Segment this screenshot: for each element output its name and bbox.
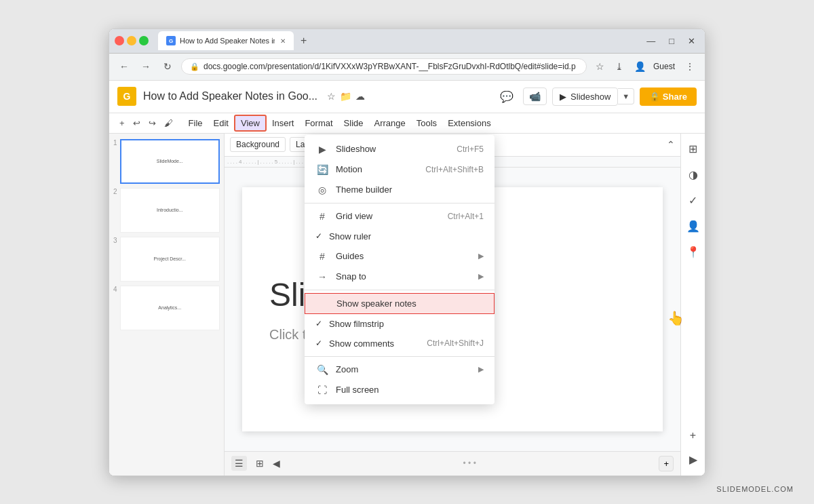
- comment-icon[interactable]: 💬: [496, 88, 518, 106]
- download-icon[interactable]: ⤓: [612, 59, 627, 74]
- redo-button[interactable]: ↪: [145, 117, 159, 130]
- cursor-icon: 👆: [667, 310, 684, 326]
- watermark: SLIDEMODEL.COM: [716, 485, 794, 493]
- sidebar-expand-button[interactable]: ▶: [683, 450, 703, 470]
- menu-insert[interactable]: Insert: [267, 116, 300, 130]
- url-text: docs.google.com/presentation/d/1KifVXXxW…: [204, 62, 576, 71]
- menu-item-show-comments[interactable]: ✓ Show comments Ctrl+Alt+Shift+J: [305, 334, 495, 353]
- menu-slide[interactable]: Slide: [338, 116, 369, 130]
- show-ruler-label: Show ruler: [329, 231, 484, 241]
- slide-thumbnail-4[interactable]: Analytics...: [120, 286, 220, 330]
- slide-number-2: 2: [113, 188, 117, 195]
- menu-edit[interactable]: Edit: [208, 116, 234, 130]
- tab-bar: G How to Add Speaker Notes in G... ✕ +: [158, 31, 638, 50]
- slideshow-shortcut: Ctrl+F5: [457, 144, 484, 154]
- filmstrip-check-icon: ✓: [315, 319, 325, 328]
- folder-icon[interactable]: 📁: [340, 91, 351, 102]
- explore-sidebar-button[interactable]: ⊞: [683, 139, 703, 159]
- browser-maximize-button[interactable]: □: [665, 35, 678, 47]
- menu-item-show-ruler[interactable]: ✓ Show ruler: [305, 227, 495, 246]
- maps-sidebar-button[interactable]: 📍: [683, 242, 703, 263]
- back-button[interactable]: ←: [116, 58, 132, 75]
- browser-titlebar: G How to Add Speaker Notes in G... ✕ + —…: [109, 29, 705, 54]
- menu-divider-3: [305, 356, 495, 357]
- menu-file[interactable]: File: [183, 116, 208, 130]
- menu-item-show-filmstrip[interactable]: ✓ Show filmstrip: [305, 314, 495, 334]
- cloud-icon[interactable]: ☁: [355, 91, 365, 102]
- snap-to-arrow: ▶: [478, 272, 484, 281]
- account-label: Guest: [653, 62, 675, 71]
- slide-thumbnail-1[interactable]: SlideMode...: [120, 139, 220, 184]
- menu-item-grid-view[interactable]: # Grid view Ctrl+Alt+1: [305, 206, 495, 227]
- menu-tools[interactable]: Tools: [411, 116, 442, 130]
- menu-item-full-screen[interactable]: ⛶ Full screen: [305, 380, 495, 400]
- slide-number-1: 1: [113, 139, 117, 147]
- toolbar-collapse-button[interactable]: ⌃: [667, 139, 675, 150]
- slideshow-button[interactable]: ▶ Slideshow: [552, 88, 618, 106]
- menu-divider-1: [305, 203, 495, 203]
- zoom-arrow: ▶: [478, 365, 484, 374]
- menu-item-guides[interactable]: # Guides ▶: [305, 246, 495, 267]
- slide-item-3[interactable]: 3 Project Descr...: [113, 237, 220, 282]
- browser-controls: [115, 36, 149, 45]
- panel-toggle-button[interactable]: ◀: [273, 458, 280, 469]
- menu-item-show-speaker-notes[interactable]: Show speaker notes: [305, 293, 495, 314]
- slideshow-dropdown-button[interactable]: ▼: [618, 88, 634, 104]
- shapes-sidebar-button[interactable]: ◑: [683, 165, 703, 185]
- snap-to-icon: →: [315, 271, 329, 282]
- slide-preview-text-4: Analytics...: [158, 305, 181, 310]
- slide-number-3: 3: [113, 237, 117, 244]
- reload-button[interactable]: ↻: [159, 58, 176, 75]
- undo-button[interactable]: ↩: [130, 117, 144, 130]
- menu-divider-2: [305, 290, 495, 290]
- share-lock-icon: 🔒: [649, 92, 660, 102]
- theme-builder-label: Theme builder: [336, 185, 484, 195]
- active-tab[interactable]: G How to Add Speaker Notes in G... ✕: [158, 31, 294, 50]
- menu-extensions[interactable]: Extensions: [442, 116, 497, 130]
- paint-format-button[interactable]: 🖌: [161, 117, 176, 130]
- check-sidebar-button[interactable]: ✓: [683, 191, 703, 211]
- tab-favicon: G: [166, 36, 176, 45]
- menu-item-snap-to[interactable]: → Snap to ▶: [305, 267, 495, 287]
- browser-minimize-button[interactable]: —: [642, 35, 659, 47]
- new-tab-button[interactable]: +: [296, 33, 311, 48]
- browser-close-button[interactable]: ✕: [684, 35, 699, 47]
- address-bar-row: ← → ↻ 🔒 docs.google.com/presentation/d/1…: [109, 54, 705, 81]
- person-sidebar-button[interactable]: 👤: [683, 216, 703, 237]
- address-input[interactable]: 🔒 docs.google.com/presentation/d/1KifVXX…: [181, 58, 587, 75]
- tab-title: How to Add Speaker Notes in G...: [180, 37, 275, 45]
- slide-thumbnail-3[interactable]: Project Descr...: [120, 237, 220, 282]
- add-note-button[interactable]: +: [659, 456, 674, 471]
- maximize-button[interactable]: [139, 36, 149, 45]
- slide-item-1[interactable]: 1 SlideMode...: [113, 139, 220, 184]
- grid-view-button[interactable]: ⊞: [252, 456, 267, 471]
- slide-item-4[interactable]: 4 Analytics...: [113, 286, 220, 330]
- bookmark-icon[interactable]: ☆: [592, 59, 608, 74]
- menu-icon[interactable]: ⋮: [682, 59, 698, 74]
- lock-icon: 🔒: [190, 62, 199, 71]
- slideshow-label: Slideshow: [570, 92, 610, 102]
- menu-item-motion[interactable]: 🔄 Motion Ctrl+Alt+Shift+B: [305, 159, 495, 180]
- grid-view-shortcut: Ctrl+Alt+1: [448, 212, 484, 221]
- menu-item-slideshow[interactable]: ▶ Slideshow Ctrl+F5: [305, 139, 495, 159]
- tab-close-icon[interactable]: ✕: [280, 37, 286, 45]
- slide-thumbnail-2[interactable]: Introductio...: [120, 188, 220, 233]
- slide-item-2[interactable]: 2 Introductio...: [113, 188, 220, 233]
- list-view-button[interactable]: ☰: [231, 456, 247, 471]
- menu-item-zoom[interactable]: 🔍 Zoom ▶: [305, 360, 495, 380]
- forward-button[interactable]: →: [138, 58, 154, 75]
- menu-item-theme-builder[interactable]: ◎ Theme builder: [305, 180, 495, 200]
- window-controls: — □ ✕: [642, 35, 699, 47]
- share-button[interactable]: 🔒 Share: [640, 88, 697, 106]
- meet-button[interactable]: 📹: [523, 88, 547, 105]
- menu-view[interactable]: View: [234, 115, 267, 132]
- sidebar-add-button[interactable]: +: [683, 425, 703, 446]
- star-icon[interactable]: ☆: [327, 91, 336, 102]
- add-button[interactable]: +: [116, 117, 128, 130]
- account-icon[interactable]: 👤: [631, 59, 649, 74]
- background-button[interactable]: Background: [230, 137, 286, 152]
- minimize-button[interactable]: [127, 36, 136, 45]
- menu-arrange[interactable]: Arrange: [369, 116, 411, 130]
- menu-format[interactable]: Format: [299, 116, 338, 130]
- close-button[interactable]: [115, 36, 124, 45]
